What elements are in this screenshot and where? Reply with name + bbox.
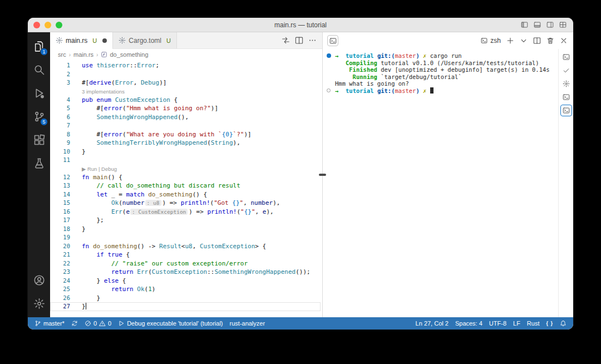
activity-account[interactable]: [28, 268, 50, 292]
code-line-1[interactable]: 1use thiserror::Error;: [50, 61, 322, 70]
title-bar[interactable]: main.rs — tutorial: [28, 18, 573, 32]
code-line-3[interactable]: 3#[derive(Error, Debug)]: [50, 78, 322, 87]
close-window-button[interactable]: [33, 22, 40, 28]
more-actions-icon[interactable]: [308, 36, 317, 45]
code-line-9[interactable]: 9 SomethingTerriblyWrongHappened(String)…: [50, 139, 322, 147]
activity-testing[interactable]: [28, 151, 50, 175]
codelens[interactable]: ▶ Run | Debug: [50, 165, 322, 173]
status-language-status[interactable]: { }: [543, 317, 556, 329]
activity-explorer[interactable]: 1: [28, 35, 50, 58]
code-editor[interactable]: 1use thiserror::Error;23#[derive(Error, …: [50, 60, 322, 317]
git-status-marker: U: [92, 37, 97, 44]
status-text: Debug executable 'tutorial' (tutorial): [127, 320, 223, 327]
code-line-26[interactable]: 26 }: [50, 294, 322, 303]
code-line-6[interactable]: 6 SomethingWrongHappened(),: [50, 113, 322, 122]
breadcrumb[interactable]: src›main.rs›do_something: [50, 49, 322, 60]
code-line-17[interactable]: 17 };: [50, 216, 322, 225]
status-encoding[interactable]: UTF-8: [486, 317, 510, 329]
code-line-12[interactable]: 12fn main() {: [50, 173, 322, 182]
launch-profile-dropdown-icon[interactable]: [520, 37, 528, 45]
terminal-list-terminal-session-2[interactable]: [560, 91, 572, 103]
dirty-indicator[interactable]: [102, 38, 107, 43]
code-line-8[interactable]: 8 #[error("What are you doing with `{0}`…: [50, 130, 322, 139]
status-sync-changes[interactable]: [68, 317, 81, 329]
breadcrumb-item-do_something[interactable]: do_something: [101, 51, 148, 58]
code-line-19[interactable]: 19: [50, 233, 322, 242]
command-decoration[interactable]: [327, 88, 331, 92]
vscode-window: main.rs — tutorial 15 main.rsUCargo.toml…: [28, 18, 573, 329]
status-rust-analyzer-status[interactable]: rust-analyzer: [226, 317, 269, 329]
code-line-7[interactable]: 7: [50, 121, 322, 130]
status-indentation[interactable]: Spaces: 4: [452, 317, 486, 329]
terminal-panel-tab[interactable]: [327, 35, 338, 46]
code-line-11[interactable]: 11: [50, 156, 322, 165]
code-line-21[interactable]: 21 if true {: [50, 250, 322, 259]
split-terminal-icon[interactable]: [533, 37, 541, 45]
toggle-sidebar-right-icon[interactable]: [546, 21, 554, 28]
code-line-22[interactable]: 22 // "raise" our custom exception/error: [50, 259, 322, 268]
status-problems[interactable]: 00: [81, 317, 115, 329]
code-line-13[interactable]: 13 // call do_something but discard resu…: [50, 181, 322, 190]
code-line-14[interactable]: 14 let _ = match do_something() {: [50, 190, 322, 199]
split-editor-icon[interactable]: [295, 36, 303, 45]
terminal-list-task-terminal[interactable]: [560, 78, 572, 90]
activity-search[interactable]: [28, 58, 50, 81]
code-line-10[interactable]: 10}: [50, 147, 322, 156]
code-line-5[interactable]: 5 #[error("Hmm what is going on?")]: [50, 104, 322, 113]
code-line-20[interactable]: 20fn do_something() -> Result<u8, Custom…: [50, 242, 322, 251]
terminal-list-task-finished[interactable]: [560, 65, 572, 76]
code-line-27[interactable]: 27}: [50, 302, 322, 311]
status-text: UTF-8: [489, 320, 506, 327]
code-line-23[interactable]: 23 return Err(CustomException::Something…: [50, 268, 322, 277]
code-lines: 1use thiserror::Error;23#[derive(Error, …: [50, 61, 322, 311]
breadcrumb-item-main.rs[interactable]: main.rs: [73, 51, 93, 58]
status-git-branch-status[interactable]: master*: [31, 317, 68, 329]
codelens[interactable]: 3 implementations: [50, 87, 322, 96]
breadcrumb-separator: ›: [96, 52, 98, 58]
line-number: 22: [50, 259, 70, 268]
terminal-list-terminal-session-active[interactable]: [560, 105, 572, 116]
status-eol-sequence[interactable]: LF: [510, 317, 524, 329]
activity-settings[interactable]: [28, 292, 50, 315]
toggle-sidebar-left-icon[interactable]: [521, 21, 528, 28]
tab-main.rs[interactable]: main.rsU: [50, 32, 113, 48]
new-terminal-icon[interactable]: [506, 37, 514, 45]
panel-resize-handle[interactable]: [319, 174, 326, 176]
close-panel-icon[interactable]: [560, 37, 568, 45]
activity-bar-top: 15: [28, 35, 50, 175]
code-line-25[interactable]: 25 return Ok(1): [50, 285, 322, 294]
customize-layout-icon[interactable]: [559, 21, 566, 28]
tab-Cargo.toml[interactable]: Cargo.tomlU: [113, 32, 177, 48]
check-icon: [563, 67, 570, 74]
breadcrumb-item-src[interactable]: src: [58, 51, 66, 58]
terminal-content[interactable]: → tutorial git:(master) ✗ cargo run Comp…: [323, 49, 558, 317]
toggle-panel-icon[interactable]: [534, 21, 541, 28]
activity-run-debug[interactable]: [28, 81, 50, 105]
activity-source-control[interactable]: 5: [28, 105, 50, 128]
open-changes-icon[interactable]: [282, 36, 290, 45]
code-line-18[interactable]: 18}: [50, 225, 322, 234]
code-line-24[interactable]: 24 } else {: [50, 277, 322, 286]
kill-terminal-icon[interactable]: [546, 37, 554, 45]
code-line-15[interactable]: 15 Ok(number: u8) => println!("Got {}", …: [50, 199, 322, 208]
terminal-list-terminal-session-1[interactable]: [560, 51, 572, 63]
error-slash-icon: [85, 320, 91, 327]
account-icon: [33, 274, 45, 286]
status-debug-target[interactable]: Debug executable 'tutorial' (tutorial): [115, 317, 226, 329]
active-terminal-label[interactable]: zsh: [481, 37, 501, 45]
code-line-4[interactable]: 4pub enum CustomException {: [50, 96, 322, 105]
workbench: 15 main.rsUCargo.tomlU src›main.rs›do_so…: [28, 32, 573, 317]
command-decoration[interactable]: [327, 53, 331, 58]
activity-extensions[interactable]: [28, 128, 50, 151]
line-number: 1: [50, 61, 70, 70]
status-cursor-position[interactable]: Ln 27, Col 2: [412, 317, 452, 329]
status-notifications[interactable]: [556, 317, 570, 329]
code-line-16[interactable]: 16 Err(e: CustomException) => println!("…: [50, 208, 322, 217]
minimize-window-button[interactable]: [45, 22, 51, 28]
tabs-container: main.rsUCargo.tomlU: [50, 32, 177, 48]
line-number: 5: [50, 104, 70, 113]
code-line-2[interactable]: 2: [50, 70, 322, 79]
tab-bar: main.rsUCargo.tomlU: [50, 32, 322, 49]
status-language-mode[interactable]: Rust: [524, 317, 543, 329]
zoom-window-button[interactable]: [56, 22, 62, 28]
